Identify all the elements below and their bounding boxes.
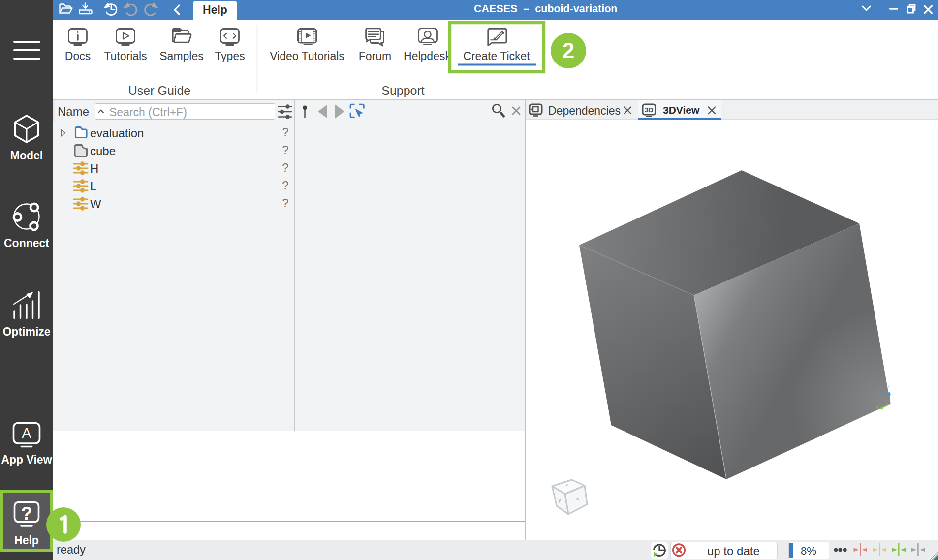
svg-text:?: ?: [282, 179, 288, 192]
svg-text:z: z: [566, 482, 568, 487]
svg-text:?: ?: [282, 161, 288, 174]
svg-text:?: ?: [21, 503, 32, 524]
svg-text:?: ?: [282, 125, 288, 139]
svg-text:3D: 3D: [645, 106, 654, 114]
svg-text:y: y: [876, 404, 878, 409]
svg-text:?: ?: [282, 196, 288, 210]
svg-text:-X: -X: [574, 496, 579, 501]
svg-text:z: z: [887, 384, 890, 389]
svg-text:?: ?: [282, 143, 288, 156]
svg-text:Y: Y: [558, 498, 562, 504]
